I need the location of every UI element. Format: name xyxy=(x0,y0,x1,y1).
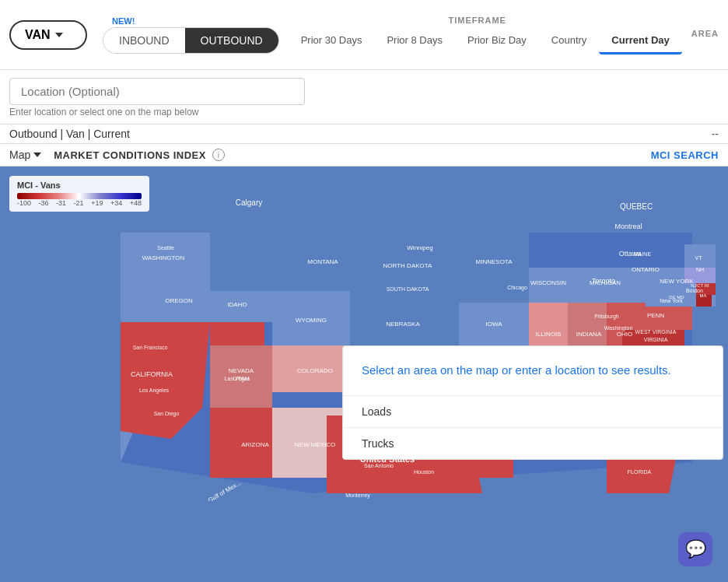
legend-max: +48 xyxy=(130,199,142,207)
svg-text:Calgary: Calgary xyxy=(236,198,262,207)
legend-v3: -21 xyxy=(74,199,84,207)
mci-legend: MCI - Vans -100 -36 -31 -21 +19 +34 +48 xyxy=(9,176,149,212)
legend-title: MCI - Vans xyxy=(17,181,142,190)
timeframe-section: TIMEFRAME Prior 30 Days Prior 8 Days Pri… xyxy=(289,16,667,54)
location-row: Enter location or select one on the map … xyxy=(0,70,728,124)
van-label: VAN xyxy=(25,28,51,42)
svg-text:NEW YORK: NEW YORK xyxy=(660,278,694,285)
svg-text:Monterrey: Monterrey xyxy=(345,493,370,499)
mci-search-button[interactable]: MCI SEARCH xyxy=(651,149,719,161)
mci-section: MARKET CONDITIONS INDEX i xyxy=(54,149,638,161)
top-bar: VAN NEW! INBOUND OUTBOUND TIMEFRAME Prio… xyxy=(0,0,728,70)
map-dropdown[interactable]: Map xyxy=(9,149,41,161)
mci-message: Select an area on the map or enter a loc… xyxy=(343,346,723,395)
svg-text:Washington: Washington xyxy=(604,325,633,331)
svg-text:WYOMING: WYOMING xyxy=(296,317,327,324)
location-hint: Enter location or select one on the map … xyxy=(9,107,305,117)
svg-text:WISCONSIN: WISCONSIN xyxy=(530,279,566,286)
timeframe-country[interactable]: Country xyxy=(539,28,600,54)
timeframe-prior8[interactable]: Prior 8 Days xyxy=(374,28,455,54)
location-input-wrapper: Enter location or select one on the map … xyxy=(9,78,305,117)
info-icon[interactable]: i xyxy=(212,149,225,161)
svg-text:MA: MA xyxy=(700,293,707,298)
svg-text:Seattle: Seattle xyxy=(157,245,174,251)
mci-panel: Select an area on the map or enter a loc… xyxy=(342,345,723,460)
svg-text:IOWA: IOWA xyxy=(485,321,502,328)
svg-text:VIRGINIA: VIRGINIA xyxy=(644,337,668,342)
direction-group: NEW! INBOUND OUTBOUND xyxy=(103,16,279,54)
legend-v4: +19 xyxy=(91,199,103,207)
svg-text:MAINE: MAINE xyxy=(634,251,652,257)
svg-text:INDIANA: INDIANA xyxy=(576,331,602,338)
svg-text:OHIO: OHIO xyxy=(617,331,632,338)
outbound-button[interactable]: OUTBOUND xyxy=(185,28,278,53)
svg-text:WASHINGTON: WASHINGTON xyxy=(142,254,185,261)
map-label: Map xyxy=(9,149,30,161)
legend-bar xyxy=(17,193,142,199)
location-input[interactable] xyxy=(9,78,305,105)
svg-text:WEST VIRGINIA: WEST VIRGINIA xyxy=(635,329,677,335)
svg-text:SOUTH DAKOTA: SOUTH DAKOTA xyxy=(387,286,429,292)
svg-text:Pittsburgh: Pittsburgh xyxy=(594,314,619,320)
mci-tab-loads[interactable]: Loads xyxy=(343,396,723,428)
svg-text:Winnipeg: Winnipeg xyxy=(407,244,432,251)
svg-text:ILLINOIS: ILLINOIS xyxy=(536,331,562,338)
breadcrumb-value: -- xyxy=(712,128,719,140)
svg-text:ARIZONA: ARIZONA xyxy=(241,441,269,448)
svg-text:Toronto: Toronto xyxy=(592,277,615,285)
mci-tab-trucks[interactable]: Trucks xyxy=(343,428,723,459)
svg-text:New York: New York xyxy=(660,298,683,303)
svg-text:PENN: PENN xyxy=(647,312,664,319)
legend-numbers: -100 -36 -31 -21 +19 +34 +48 xyxy=(17,199,142,207)
svg-text:OREGON: OREGON xyxy=(165,297,193,304)
legend-min: -100 xyxy=(17,199,31,207)
area-section: AREA xyxy=(691,29,719,41)
svg-text:MONTANA: MONTANA xyxy=(307,258,338,265)
area-label: AREA xyxy=(691,29,719,38)
new-badge: NEW! xyxy=(112,16,135,26)
svg-text:Houston: Houston xyxy=(414,469,434,475)
svg-text:IDAHO: IDAHO xyxy=(227,301,247,308)
svg-text:COLORADO: COLORADO xyxy=(297,367,333,374)
svg-text:Montreal: Montreal xyxy=(614,223,642,230)
svg-text:FLORIDA: FLORIDA xyxy=(628,469,652,475)
svg-text:NH: NH xyxy=(696,267,704,272)
chatbot-icon: 💬 xyxy=(685,539,706,559)
timeframe-options: Prior 30 Days Prior 8 Days Prior Biz Day… xyxy=(289,28,667,54)
svg-text:Boston: Boston xyxy=(686,288,703,293)
svg-text:San Antonio: San Antonio xyxy=(364,463,394,468)
svg-text:Los Angeles: Los Angeles xyxy=(139,387,170,394)
svg-text:NORTH DAKOTA: NORTH DAKOTA xyxy=(383,262,432,269)
inbound-button[interactable]: INBOUND xyxy=(103,28,185,53)
legend-v2: -31 xyxy=(56,199,66,207)
svg-text:UTAH: UTAH xyxy=(233,375,249,382)
inbound-outbound-toggle: INBOUND OUTBOUND xyxy=(103,27,279,54)
map-toolbar: Map MARKET CONDITIONS INDEX i MCI SEARCH xyxy=(0,144,728,167)
svg-text:QUEBEC: QUEBEC xyxy=(620,202,653,211)
timeframe-prior30[interactable]: Prior 30 Days xyxy=(289,28,375,54)
timeframe-priorbiz[interactable]: Prior Biz Day xyxy=(455,28,539,54)
van-dropdown[interactable]: VAN xyxy=(9,20,87,50)
timeframe-label: TIMEFRAME xyxy=(289,16,667,25)
svg-text:MINNESOTA: MINNESOTA xyxy=(476,258,513,265)
svg-text:Chicago: Chicago xyxy=(507,285,527,291)
svg-text:NEBRASKA: NEBRASKA xyxy=(386,321,420,328)
timeframe-current[interactable]: Current Day xyxy=(599,28,681,54)
legend-v5: +34 xyxy=(110,199,122,207)
app-container: VAN NEW! INBOUND OUTBOUND TIMEFRAME Prio… xyxy=(0,0,728,582)
svg-text:VT: VT xyxy=(695,255,703,261)
mci-tabs: Loads Trucks xyxy=(343,395,723,459)
svg-text:CALIFORNIA: CALIFORNIA xyxy=(131,370,173,378)
svg-text:ONTARIO: ONTARIO xyxy=(632,266,660,273)
svg-text:NEVADA: NEVADA xyxy=(229,367,254,374)
chatbot-button[interactable]: 💬 xyxy=(678,532,712,566)
mci-title: MARKET CONDITIONS INDEX xyxy=(54,149,206,161)
map-chevron-icon xyxy=(33,153,41,157)
svg-text:San Francisco: San Francisco xyxy=(133,345,168,350)
breadcrumb-text: Outbound | Van | Current xyxy=(9,128,130,140)
legend-v1: -36 xyxy=(39,199,49,207)
svg-text:San Diego: San Diego xyxy=(154,411,180,417)
svg-text:NEW MEXICO: NEW MEXICO xyxy=(295,441,335,448)
map-container[interactable]: CALIFORNIA NEVADA Las Vegas OREGON WASHI… xyxy=(0,167,728,582)
breadcrumb-row: Outbound | Van | Current -- xyxy=(0,124,728,144)
